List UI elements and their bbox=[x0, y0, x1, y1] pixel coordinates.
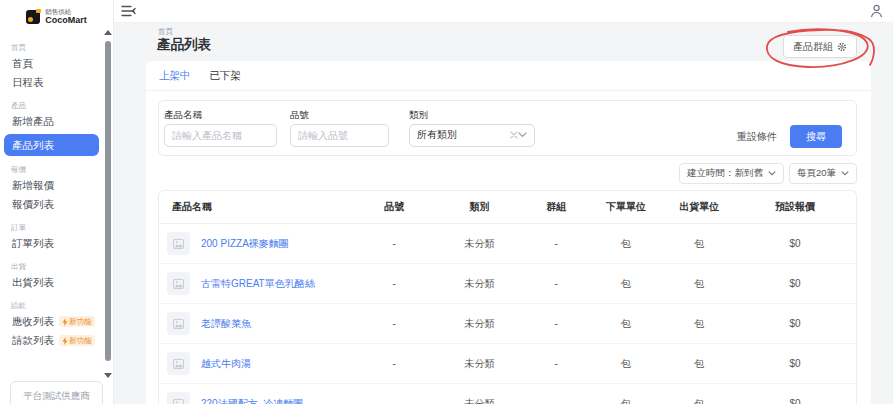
sort-order-dropdown[interactable]: 建立時間：新到舊 bbox=[679, 163, 784, 184]
chevron-down-icon bbox=[518, 132, 527, 138]
collapse-sidebar-icon[interactable] bbox=[121, 5, 136, 17]
sidebar-item-label: 產品列表 bbox=[12, 134, 54, 156]
lightning-bolt-icon bbox=[62, 318, 68, 326]
table-cell-ship_unit: 包 bbox=[664, 264, 734, 304]
sidebar-item-label: 日程表 bbox=[12, 73, 44, 92]
scroll-down-arrow-icon[interactable] bbox=[104, 373, 112, 378]
table-cell-price: $0 bbox=[734, 344, 856, 384]
sidebar-item-label: 出貨列表 bbox=[12, 273, 54, 292]
brand-name: CocoMart bbox=[45, 16, 87, 25]
table-row: 200 PIZZA裸麥麵團-未分類-包包$0 bbox=[159, 224, 856, 264]
chevron-down-icon bbox=[768, 171, 776, 176]
clear-x-icon[interactable] bbox=[510, 131, 518, 139]
table-column-header: 預設報價 bbox=[734, 191, 856, 224]
reset-filters-link[interactable]: 重設條件 bbox=[737, 130, 777, 144]
badge-label: 新功能 bbox=[69, 336, 92, 345]
table-column-header: 出貨單位 bbox=[664, 191, 734, 224]
new-feature-badge: 新功能 bbox=[59, 316, 95, 327]
table-cell-price: $0 bbox=[734, 304, 856, 344]
page-size-dropdown[interactable]: 每頁20筆 bbox=[789, 163, 857, 184]
page-header: 首頁 產品列表 產品群組 bbox=[113, 22, 893, 61]
product-group-button[interactable]: 產品群組 bbox=[783, 35, 857, 58]
product-name-link[interactable]: 200 PIZZA裸麥麵團 bbox=[201, 237, 289, 251]
product-image-placeholder-icon bbox=[167, 392, 190, 404]
table-column-header: 類別 bbox=[434, 191, 525, 224]
table-column-header: 產品名稱 bbox=[159, 191, 354, 224]
table-cell-sku: - bbox=[354, 384, 434, 404]
filter-panel: 產品名稱 品號 類別 所有類別 重設 bbox=[158, 100, 857, 156]
sidebar-section-label: 訂單 bbox=[11, 223, 113, 233]
table-cell-order_unit: 包 bbox=[588, 384, 665, 404]
sidebar-item[interactable]: 請款列表新功能 bbox=[0, 331, 113, 350]
sidebar-item[interactable]: 新增產品 bbox=[0, 112, 113, 131]
sidebar-item-label: 訂單列表 bbox=[12, 234, 54, 253]
table-cell-order_unit: 包 bbox=[588, 344, 665, 384]
product-name-link[interactable]: 古雷特GREAT單色乳酪絲 bbox=[201, 277, 315, 291]
product-name-input[interactable] bbox=[164, 124, 277, 147]
table-cell-category: 未分類 bbox=[434, 304, 525, 344]
sidebar-item[interactable]: 出貨列表 bbox=[0, 273, 113, 292]
table-cell-category: 未分類 bbox=[434, 384, 525, 404]
table-column-header: 群組 bbox=[525, 191, 588, 224]
sidebar-item[interactable]: 新增報價 bbox=[0, 176, 113, 195]
product-image-placeholder-icon bbox=[167, 272, 190, 295]
table-cell-group: - bbox=[525, 264, 588, 304]
product-name-link[interactable]: 220法國配方_冷凍麵團 bbox=[201, 397, 303, 404]
sidebar-item[interactable]: 報價列表 bbox=[0, 195, 113, 214]
table-row: 越式牛肉湯-未分類-包包$0 bbox=[159, 344, 856, 384]
sort-row: 建立時間：新到舊 每頁20筆 bbox=[158, 163, 857, 184]
sidebar-item-label: 請款列表 bbox=[12, 331, 54, 350]
search-button[interactable]: 搜尋 bbox=[790, 125, 842, 148]
sidebar-scrollbar[interactable] bbox=[104, 28, 112, 380]
sidebar-item[interactable]: 日程表 bbox=[0, 73, 113, 92]
table-cell-ship_unit: 包 bbox=[664, 344, 734, 384]
gear-icon bbox=[837, 42, 847, 52]
sidebar-item[interactable]: 應收列表新功能 bbox=[0, 312, 113, 331]
table-cell-group: - bbox=[525, 384, 588, 404]
chevron-down-icon bbox=[841, 171, 849, 176]
sidebar-item[interactable]: 首頁 bbox=[0, 54, 113, 73]
table-cell-category: 未分類 bbox=[434, 264, 525, 304]
badge-label: 新功能 bbox=[69, 317, 92, 326]
lightning-bolt-icon bbox=[62, 337, 68, 345]
sidebar-item[interactable]: 產品列表 bbox=[4, 134, 99, 156]
vendor-name-box[interactable]: 平台測試供應商 bbox=[10, 381, 103, 404]
product-group-button-label: 產品群組 bbox=[793, 40, 833, 54]
product-table: 產品名稱品號類別群組下單單位出貨單位預設報價 200 PIZZA裸麥麵團-未分類… bbox=[158, 190, 857, 404]
sidebar-nav: 首頁首頁日程表產品新增產品產品列表報價新增報價報價列表訂單訂單列表出貨出貨列表請… bbox=[0, 32, 113, 350]
scrollbar-thumb[interactable] bbox=[105, 41, 111, 361]
sku-input[interactable] bbox=[290, 124, 389, 147]
filter-category-label: 類別 bbox=[409, 110, 535, 120]
table-row: 古雷特GREAT單色乳酪絲-未分類-包包$0 bbox=[159, 264, 856, 304]
table-cell-price: $0 bbox=[734, 384, 856, 404]
product-name-link[interactable]: 越式牛肉湯 bbox=[201, 357, 251, 371]
scroll-up-arrow-icon[interactable] bbox=[104, 30, 112, 35]
user-account-icon[interactable] bbox=[870, 4, 883, 18]
table-cell-category: 未分類 bbox=[434, 344, 525, 384]
table-cell-order_unit: 包 bbox=[588, 264, 665, 304]
tab-on-shelf[interactable]: 上架中 bbox=[159, 69, 191, 83]
brand-cube-icon bbox=[26, 10, 40, 24]
sidebar-section-label: 出貨 bbox=[11, 262, 113, 272]
table-cell-sku: - bbox=[354, 264, 434, 304]
sidebar-item[interactable]: 訂單列表 bbox=[0, 234, 113, 253]
page-size-value: 每頁20筆 bbox=[797, 167, 836, 180]
app-logo: 銷售供給 CocoMart bbox=[0, 0, 113, 32]
main-area: 首頁 產品列表 產品群組 上架中 已下架 產品名稱 品號 bbox=[113, 0, 893, 404]
sidebar-section-label: 產品 bbox=[11, 101, 113, 111]
content-card: 上架中 已下架 產品名稱 品號 類別 所有類別 bbox=[146, 61, 871, 404]
category-select-value: 所有類別 bbox=[417, 128, 510, 142]
table-cell-group: - bbox=[525, 304, 588, 344]
table-header-row: 產品名稱品號類別群組下單單位出貨單位預設報價 bbox=[159, 191, 856, 224]
table-row: 220法國配方_冷凍麵團-未分類-包包$0 bbox=[159, 384, 856, 404]
sidebar-item-label: 報價列表 bbox=[12, 195, 54, 214]
category-select[interactable]: 所有類別 bbox=[409, 124, 535, 147]
table-cell-ship_unit: 包 bbox=[664, 304, 734, 344]
table-cell-price: $0 bbox=[734, 264, 856, 304]
filter-sku: 品號 bbox=[290, 110, 389, 147]
sidebar-section-label: 請款 bbox=[11, 301, 113, 311]
new-feature-badge: 新功能 bbox=[59, 335, 95, 346]
product-name-link[interactable]: 老譚酸菜魚 bbox=[201, 317, 251, 331]
tab-off-shelf[interactable]: 已下架 bbox=[210, 69, 242, 83]
sidebar-section-label: 報價 bbox=[11, 165, 113, 175]
